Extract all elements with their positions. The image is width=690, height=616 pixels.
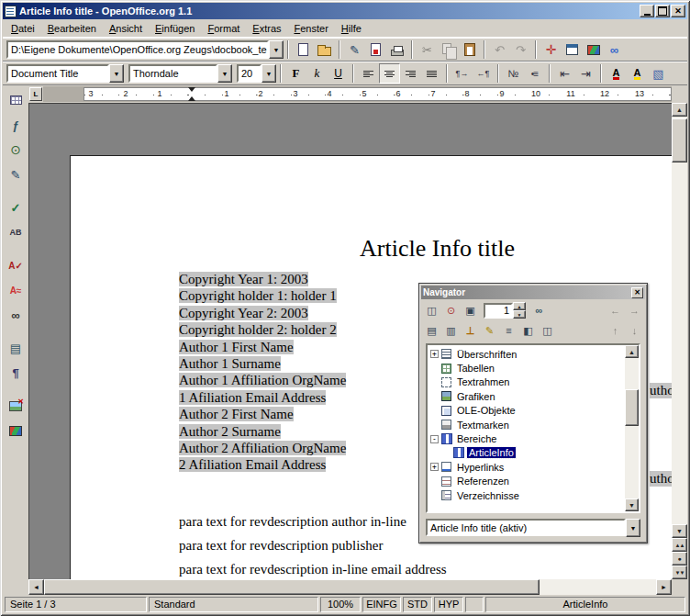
- navigation-dot-button[interactable]: ●: [672, 552, 687, 566]
- insert-objects-button[interactable]: [5, 139, 27, 161]
- tree-item-articleinfo[interactable]: ArticleInfo: [430, 446, 625, 460]
- spin-up-button[interactable]: ▲: [513, 302, 526, 310]
- url-input[interactable]: D:\Eigene Dokumente\OpenOffice.org Zeugs…: [6, 40, 269, 59]
- demote-chapter-button[interactable]: [625, 321, 644, 340]
- status-insert-mode[interactable]: EINFG: [362, 597, 401, 612]
- window-view-button[interactable]: [538, 321, 557, 340]
- field-text[interactable]: Author 2 Surname: [179, 424, 281, 439]
- bold-button[interactable]: F: [285, 63, 306, 84]
- scroll-right-button[interactable]: ►: [656, 579, 672, 595]
- next-page-button[interactable]: ▼▼: [672, 566, 687, 579]
- paragraph-text[interactable]: para text for revdescription in-line ema…: [179, 561, 672, 578]
- tab-stop-selector[interactable]: L: [29, 87, 42, 101]
- field-text[interactable]: Author 1 Affiliation OrgName: [179, 373, 346, 387]
- tree-item-hyperlinks[interactable]: + Hyperlinks: [430, 460, 625, 474]
- scrollbar-track[interactable]: [625, 426, 639, 498]
- undo-button[interactable]: [489, 39, 510, 60]
- status-page-indicator[interactable]: Seite 1 / 3: [5, 597, 147, 612]
- field-text[interactable]: Author 2 Affiliation OrgName: [179, 441, 346, 455]
- field-text[interactable]: 2 Afiliation Email Address: [179, 457, 326, 472]
- highlighting-button[interactable]: [627, 63, 648, 84]
- decrease-indent-button[interactable]: [554, 63, 575, 84]
- list-box-button[interactable]: [518, 321, 538, 340]
- scroll-left-button[interactable]: ◄: [28, 579, 44, 595]
- insert-button[interactable]: [5, 89, 27, 111]
- tree-item-textmarken[interactable]: Textmarken: [430, 418, 625, 431]
- reminder-button[interactable]: [480, 321, 499, 340]
- tree-item-referenzen[interactable]: Referenzen: [430, 475, 625, 488]
- underline-button[interactable]: U: [328, 63, 349, 84]
- scroll-up-button[interactable]: ▲: [672, 103, 687, 117]
- minimize-button[interactable]: [640, 5, 654, 17]
- document-view[interactable]: Article Info title Copyright Year 1: 200…: [28, 103, 672, 579]
- clipped-text-fragment[interactable]: utho: [650, 383, 672, 398]
- paragraph-style-dropdown[interactable]: ▼: [109, 64, 124, 83]
- content-view-button[interactable]: [499, 321, 518, 340]
- maximize-button[interactable]: [655, 5, 670, 17]
- navigation-button[interactable]: [441, 301, 461, 319]
- graphics-on-off-button[interactable]: [5, 395, 27, 417]
- header-button[interactable]: [422, 321, 441, 340]
- redo-button[interactable]: [510, 39, 531, 60]
- insert-fields-button[interactable]: [5, 114, 27, 136]
- tree-item-tabellen[interactable]: Tabellen: [430, 361, 625, 375]
- scrollbar-track[interactable]: [672, 162, 687, 524]
- left-to-right-button[interactable]: [451, 63, 473, 84]
- font-color-button[interactable]: [606, 63, 627, 84]
- justify-button[interactable]: [421, 63, 442, 84]
- scrollbar-thumb[interactable]: [672, 118, 687, 162]
- horizontal-ruler[interactable]: 3 2 1 1 2 3 4 5 6 7 8 9 10 11 12 13: [43, 86, 672, 102]
- drag-mode-button[interactable]: [529, 301, 549, 319]
- increase-indent-button[interactable]: [575, 63, 596, 84]
- close-button[interactable]: [671, 5, 685, 17]
- field-text[interactable]: Author 2 First Name: [179, 407, 294, 421]
- expander-icon[interactable]: +: [430, 463, 439, 471]
- first-line-indent-marker[interactable]: [188, 87, 195, 92]
- align-right-button[interactable]: [400, 63, 421, 84]
- navigator-titlebar[interactable]: Navigator ✕: [421, 286, 645, 299]
- edit-file-button[interactable]: [344, 39, 365, 60]
- menu-extras[interactable]: Extras: [246, 20, 287, 37]
- expander-icon[interactable]: +: [430, 350, 439, 358]
- align-center-button[interactable]: [379, 63, 400, 84]
- page-number-field[interactable]: 1: [484, 303, 513, 319]
- field-text[interactable]: Copyright holder 1: holder 1: [179, 288, 337, 303]
- menu-hilfe[interactable]: Hilfe: [335, 20, 368, 37]
- navigator-window[interactable]: Navigator ✕ 1 ▲ ▼: [418, 283, 648, 543]
- status-selection-mode[interactable]: STD: [403, 597, 432, 612]
- demote-level-button[interactable]: [625, 301, 644, 319]
- url-dropdown-button[interactable]: ▼: [269, 40, 284, 59]
- bullets-button[interactable]: [524, 63, 545, 84]
- draw-functions-button[interactable]: [5, 163, 27, 185]
- navigator-button[interactable]: [540, 39, 562, 60]
- gallery-button[interactable]: [583, 39, 604, 60]
- font-name-dropdown[interactable]: ▼: [217, 64, 232, 83]
- expander-icon[interactable]: -: [430, 435, 439, 443]
- field-text[interactable]: Copyright holder 2: holder 2: [179, 322, 337, 337]
- paragraph-background-button[interactable]: [648, 63, 669, 84]
- menu-ansicht[interactable]: Ansicht: [103, 20, 149, 37]
- italic-button[interactable]: k: [306, 63, 328, 84]
- promote-chapter-button[interactable]: [606, 321, 625, 340]
- gallery-toggle-button[interactable]: [5, 420, 27, 442]
- menu-einfuegen[interactable]: Einfügen: [149, 20, 201, 37]
- field-text[interactable]: 1 Afiliation Email Address: [179, 390, 326, 405]
- scrollbar-thumb[interactable]: [44, 579, 540, 595]
- menu-fenster[interactable]: Fenster: [288, 20, 335, 37]
- field-text[interactable]: Copyright Year 2: 2003: [179, 306, 308, 320]
- horizontal-scrollbar[interactable]: ◄ ►: [28, 579, 672, 595]
- tree-item-bereiche[interactable]: - Bereiche: [430, 431, 625, 445]
- anchor-text-button[interactable]: [461, 321, 480, 340]
- navigator-close-button[interactable]: ✕: [631, 287, 643, 298]
- scrollbar-track[interactable]: [540, 579, 656, 595]
- open-document-button[interactable]: [314, 39, 335, 60]
- clipped-text-fragment[interactable]: utho: [650, 471, 672, 487]
- footer-button[interactable]: [441, 321, 461, 340]
- font-size-input[interactable]: 20: [237, 64, 262, 83]
- auto-spellcheck-button[interactable]: [5, 279, 27, 301]
- left-indent-marker[interactable]: [188, 96, 195, 101]
- status-page-style[interactable]: Standard: [149, 597, 318, 612]
- tree-item-ueberschriften[interactable]: + Überschriften: [430, 347, 625, 361]
- nonprinting-characters-button[interactable]: [5, 362, 27, 384]
- paragraph-style-input[interactable]: Document Title: [6, 64, 109, 83]
